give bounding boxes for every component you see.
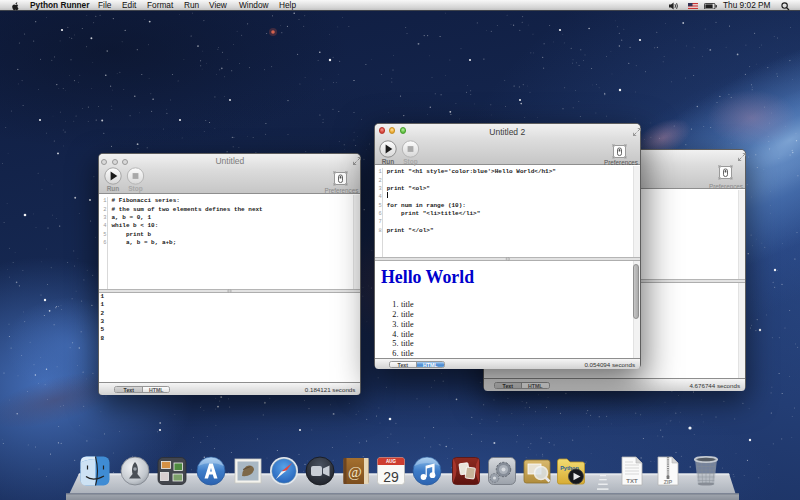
svg-text:Run: Run: [382, 158, 395, 165]
svg-text:@: @: [348, 464, 362, 480]
svg-text:AUG: AUG: [386, 459, 396, 464]
svg-text:Run: Run: [106, 185, 119, 192]
svg-text:Stop: Stop: [128, 185, 142, 193]
svg-text:ZIP: ZIP: [664, 479, 673, 485]
svg-text:TXT: TXT: [626, 478, 638, 484]
svg-text:29: 29: [383, 469, 399, 485]
svg-text:Stop: Stop: [403, 158, 417, 166]
